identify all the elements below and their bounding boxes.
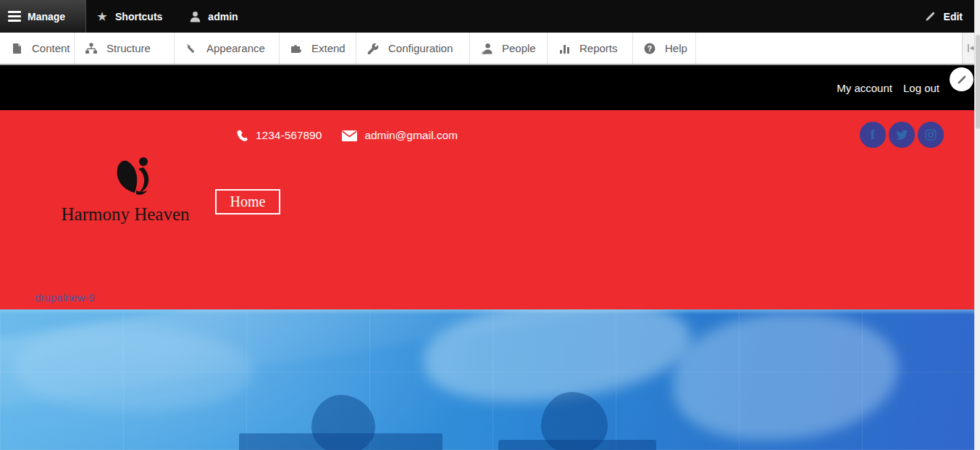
scrollbar[interactable] (974, 0, 980, 450)
tray-label: Configuration (388, 42, 453, 54)
twitter-link[interactable] (889, 122, 915, 148)
facebook-link[interactable]: f (860, 122, 886, 148)
tab-manage[interactable]: Manage (0, 0, 86, 33)
bar-chart-icon (558, 43, 571, 54)
site-name: Harmony Heaven (54, 204, 196, 225)
people-icon (480, 43, 493, 54)
admin-toolbar: Manage ★ Shortcuts admin Edit (0, 0, 980, 33)
facebook-icon: f (871, 127, 875, 143)
sitemap-icon (85, 43, 98, 54)
edit-label: Edit (944, 11, 963, 22)
tab-shortcuts-label: Shortcuts (115, 11, 162, 22)
wrench-icon (367, 43, 380, 54)
site-header: 1234-567890 admin@gmail.com f (0, 110, 980, 309)
tray-item-people[interactable]: People (470, 33, 548, 64)
phone-icon (236, 130, 248, 142)
site-id-text: drupalnew-9 (35, 291, 95, 304)
contextual-edit-button[interactable] (950, 67, 973, 91)
admin-toolbar-tray: Content Structure Appearance Extend Conf… (0, 33, 980, 65)
site-logo[interactable]: Harmony Heaven (54, 154, 196, 225)
instagram-icon (925, 129, 937, 141)
tray-item-extend[interactable]: Extend (280, 33, 356, 64)
edit-button[interactable]: Edit (924, 0, 980, 33)
pencil-icon (924, 11, 937, 22)
contextual-pencil-icon (957, 75, 967, 85)
tray-label: Extend (311, 42, 345, 54)
nav-home-button[interactable]: Home (215, 189, 280, 214)
tray-label: Appearance (206, 42, 265, 54)
account-bar: My account Log out (0, 65, 980, 110)
tab-manage-label: Manage (28, 11, 65, 22)
world-map-shape (14, 328, 254, 411)
log-out-link[interactable]: Log out (903, 82, 939, 94)
twitter-icon (896, 130, 908, 141)
tray-label: Help (665, 42, 687, 54)
world-map-shape (674, 313, 898, 440)
nav-home-label: Home (230, 193, 266, 210)
help-icon: ? (643, 43, 656, 54)
tray-label: Structure (106, 42, 151, 54)
logo-leaf-icon (109, 154, 155, 200)
social-links: f (860, 122, 944, 148)
envelope-icon (342, 130, 357, 141)
tab-admin-user[interactable]: admin (178, 0, 254, 33)
toolbar-spacer (254, 0, 924, 33)
instagram-link[interactable] (918, 122, 944, 148)
my-account-link[interactable]: My account (837, 82, 892, 94)
tray-item-help[interactable]: ? Help (633, 33, 696, 64)
tray-label: Reports (579, 42, 618, 54)
star-icon: ★ (96, 10, 109, 23)
tray-label: People (502, 42, 536, 54)
tray-item-content[interactable]: Content (0, 33, 75, 64)
tray-item-appearance[interactable]: Appearance (175, 33, 280, 64)
tray-item-structure[interactable]: Structure (75, 33, 175, 64)
email-link[interactable]: admin@gmail.com (342, 129, 458, 142)
phone-number: 1234-567890 (256, 129, 322, 142)
menu-icon (8, 11, 21, 22)
tray-spacer (696, 33, 962, 64)
tab-admin-label: admin (208, 11, 238, 22)
user-icon (188, 11, 201, 22)
person-shoulders-left (239, 433, 443, 450)
hero-image (0, 309, 980, 450)
tab-shortcuts[interactable]: ★ Shortcuts (86, 0, 178, 33)
tray-item-reports[interactable]: Reports (548, 33, 633, 64)
tray-label: Content (32, 42, 70, 54)
scrollbar-thumb[interactable] (976, 35, 980, 129)
contact-row: 1234-567890 admin@gmail.com (236, 129, 458, 142)
phone-link[interactable]: 1234-567890 (236, 129, 322, 142)
person-shoulders-right (498, 440, 656, 450)
svg-text:?: ? (648, 43, 652, 52)
brush-icon (185, 43, 198, 54)
tray-item-configuration[interactable]: Configuration (356, 33, 470, 64)
file-icon (10, 43, 23, 54)
email-address: admin@gmail.com (364, 129, 458, 142)
puzzle-icon (290, 43, 303, 54)
